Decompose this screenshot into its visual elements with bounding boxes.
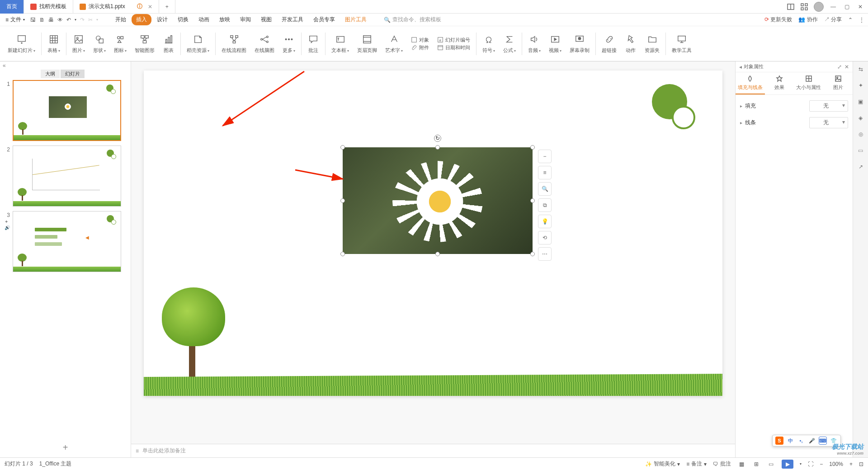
rail-template-icon[interactable]: ▣ <box>856 97 866 107</box>
prop-tab-size[interactable]: 大小与属性 <box>794 72 824 94</box>
crop-tool[interactable]: ⧉ <box>538 198 552 212</box>
action-button[interactable]: 动作 <box>621 33 641 54</box>
more-tool[interactable]: ⋯ <box>538 247 552 261</box>
panel-close-icon[interactable]: ✕ <box>844 64 849 70</box>
fit-button[interactable]: ⛶ <box>808 461 813 467</box>
share-button[interactable]: ↗ 分享 <box>824 16 842 24</box>
tab-transition[interactable]: 切换 <box>173 14 193 25</box>
remarks-toggle[interactable]: ≡ 备注 ▾ <box>686 460 707 468</box>
more-menu-icon[interactable]: ⋮ <box>859 17 864 23</box>
undo-dropdown[interactable]: ▾ <box>75 18 76 22</box>
tab-home[interactable]: 首页 <box>0 0 24 14</box>
line-section[interactable]: ▸ 线条 无 <box>740 114 848 131</box>
ime-punct[interactable]: •, <box>797 437 805 445</box>
qat-dropdown[interactable]: ▾ <box>96 18 98 22</box>
textbox-button[interactable]: 文本框▾ <box>327 33 353 54</box>
resize-handle[interactable] <box>340 198 345 203</box>
tab-picture-tools[interactable]: 图片工具 <box>340 14 371 25</box>
online-mindmap-button[interactable]: 在线脑图 <box>250 33 278 54</box>
print-icon[interactable]: 🖶 <box>48 17 54 23</box>
command-search[interactable]: 🔍 查找命令、搜索模板 <box>384 16 441 24</box>
prop-tab-effect[interactable]: 效果 <box>765 72 794 94</box>
screen-record-button[interactable]: 屏幕录制 <box>566 33 594 54</box>
tab-new[interactable]: + <box>159 0 175 14</box>
slides-tab[interactable]: 幻灯片 <box>61 70 85 78</box>
layer-tool[interactable]: ≡ <box>538 166 552 179</box>
rail-export-icon[interactable]: ↗ <box>856 162 866 172</box>
header-footer-button[interactable]: 页眉页脚 <box>353 33 381 54</box>
rail-location-icon[interactable]: ◎ <box>856 129 866 139</box>
tab-animation[interactable]: 动画 <box>194 14 214 25</box>
redo-icon[interactable]: ↷ <box>80 17 85 23</box>
tab-view[interactable]: 视图 <box>256 14 276 25</box>
user-avatar[interactable] <box>814 2 824 12</box>
hyperlink-button[interactable]: 超链接 <box>598 33 621 54</box>
formula-button[interactable]: 公式▾ <box>499 33 520 54</box>
tab-design[interactable]: 设计 <box>152 14 172 25</box>
table-button[interactable]: 表格▾ <box>43 33 64 54</box>
resize-handle[interactable] <box>530 198 535 203</box>
tab-docao-template[interactable]: 找稻壳模板 <box>24 0 73 14</box>
maximize-icon[interactable]: ▢ <box>843 3 851 11</box>
comment-button[interactable]: 批注 <box>303 33 323 54</box>
online-flowchart-button[interactable]: 在线流程图 <box>217 33 250 54</box>
zoom-level[interactable]: 100% <box>829 461 843 467</box>
teaching-tools-button[interactable]: 教学工具 <box>668 33 696 54</box>
sorter-view-icon[interactable]: ⊞ <box>752 460 760 468</box>
shape-button[interactable]: 形状▾ <box>89 33 110 54</box>
docao-resource-button[interactable]: 稻壳资源▾ <box>183 33 213 54</box>
panel-collapse-icon[interactable]: « <box>0 61 131 70</box>
notes-placeholder[interactable]: 单击此处添加备注 <box>142 447 186 455</box>
minimize-icon[interactable]: — <box>829 3 837 11</box>
outline-tab[interactable]: 大纲 <box>41 70 60 78</box>
close-window-icon[interactable]: ✕ <box>856 3 864 11</box>
file-menu[interactable]: ≡文件▾ <box>4 16 27 24</box>
slide-thumbnail-2[interactable] <box>13 146 121 207</box>
prop-tab-picture[interactable]: 图片 <box>823 72 853 94</box>
tab-insert[interactable]: 插入 <box>132 14 151 25</box>
ribbon-collapse-icon[interactable]: ⌃ <box>848 17 853 23</box>
add-slide-button[interactable]: + <box>0 438 131 457</box>
prop-tab-fill-line[interactable]: 填充与线条 <box>736 72 765 94</box>
zoom-tool[interactable]: 🔍 <box>538 182 552 196</box>
undo-icon[interactable]: ↶ <box>66 17 71 23</box>
ime-voice-icon[interactable]: 🎤 <box>808 437 816 445</box>
tab-start[interactable]: 开始 <box>111 14 131 25</box>
new-slide-button[interactable]: 新建幻灯片▾ <box>4 33 39 54</box>
notes-bar[interactable]: ≡ 单击此处添加备注 <box>131 444 735 457</box>
rail-toggle-icon[interactable]: ⇆ <box>856 64 866 74</box>
slideshow-button[interactable]: ▶ <box>782 460 793 469</box>
resize-handle[interactable] <box>530 252 535 256</box>
more-button[interactable]: 更多▾ <box>278 33 299 54</box>
fill-section[interactable]: ▸ 填充 无 <box>740 98 848 114</box>
slide-canvas-area[interactable]: ↻ − ≡ 🔍 ⧉ 💡 ⟲ ⋯ <box>131 61 735 444</box>
chart-button[interactable]: 图表 <box>159 33 179 54</box>
tab-document[interactable]: 演示文稿1.pptx ⓘ✕ <box>73 0 159 14</box>
tab-developer[interactable]: 开发工具 <box>277 14 308 25</box>
attachment-button[interactable]: 附件 <box>411 44 429 51</box>
sogou-icon[interactable]: S <box>775 437 783 445</box>
beautify-button[interactable]: ✨ 智能美化 ▾ <box>645 460 680 468</box>
line-select[interactable]: 无 <box>809 117 848 128</box>
ime-lang[interactable]: 中 <box>786 437 794 445</box>
resize-handle[interactable] <box>435 145 440 150</box>
slide-thumbnail-1[interactable] <box>13 80 121 141</box>
ime-keyboard-icon[interactable]: ⌨ <box>819 437 827 445</box>
reading-view-icon[interactable]: ▭ <box>767 460 775 468</box>
rail-design-icon[interactable]: ✦ <box>856 80 866 90</box>
panel-toggle-icon[interactable]: ◂ <box>739 64 742 70</box>
replace-tool[interactable]: ⟲ <box>538 231 552 244</box>
print-preview-icon[interactable]: 👁 <box>57 17 63 23</box>
expand-icon[interactable]: ▸ <box>740 120 742 125</box>
video-button[interactable]: 视频▾ <box>545 33 566 54</box>
picture-button[interactable]: 图片▾ <box>68 33 89 54</box>
tab-review[interactable]: 审阅 <box>236 14 255 25</box>
fill-select[interactable]: 无 <box>809 100 848 112</box>
fit-to-window-button[interactable]: ⊡ <box>859 461 863 467</box>
icon-button[interactable]: 图标▾ <box>110 33 131 54</box>
ime-toolbar[interactable]: S 中 •, 🎤 ⌨ 👕 <box>772 435 841 446</box>
wordart-button[interactable]: 艺术字▾ <box>381 33 407 54</box>
rotate-handle[interactable]: ↻ <box>434 135 441 142</box>
resource-folder-button[interactable]: 资源夹 <box>641 33 664 54</box>
resize-handle[interactable] <box>530 145 535 150</box>
